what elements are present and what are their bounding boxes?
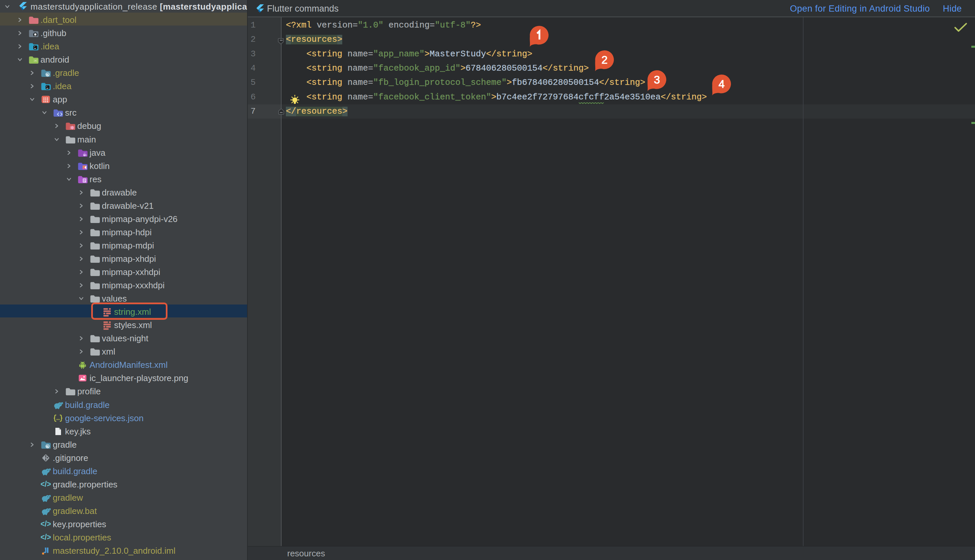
svg-text:2: 2 [602, 54, 607, 66]
svg-text:3: 3 [654, 73, 660, 86]
svg-text:4: 4 [719, 78, 725, 90]
svg-text:</>: </> [41, 480, 51, 488]
svg-text:</>: </> [41, 520, 51, 528]
svg-text:</>: </> [41, 533, 51, 542]
